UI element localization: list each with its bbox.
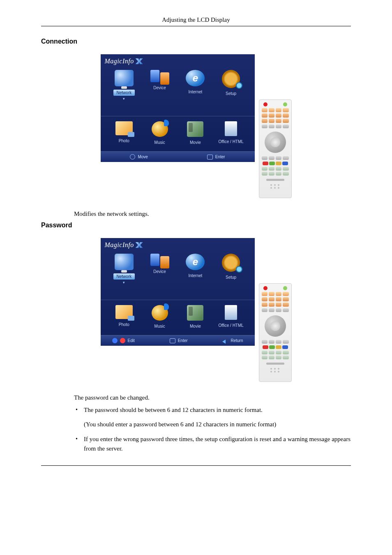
movie-icon: [187, 305, 203, 321]
dot-icon: [120, 338, 125, 343]
internet-icon: e: [186, 254, 205, 270]
move-icon: [130, 154, 135, 160]
menu-label: Internet: [188, 273, 202, 278]
password-intro: The password can be changed.: [74, 394, 351, 401]
osd-bottom-row: Photo Music Movie Office / HTML: [101, 116, 255, 145]
menu-label: Device: [153, 269, 166, 274]
menu-setup[interactable]: Setup: [214, 254, 247, 280]
menu-label: Network: [113, 90, 135, 96]
music-icon: [152, 305, 168, 321]
enter-icon: [170, 338, 175, 343]
osd-screen: MagicInfo Network Device e Internet: [101, 54, 255, 162]
menu-label: Office / HTML: [218, 139, 244, 144]
osd-bottom-row: Photo Music Movie Office / HTML: [101, 300, 255, 328]
menu-office[interactable]: Office / HTML: [214, 121, 247, 145]
hint-enter: Enter: [170, 338, 188, 343]
monitor-icon: [115, 254, 134, 270]
photo-icon: [115, 305, 133, 319]
osd-logo: MagicInfo: [105, 241, 143, 249]
logo-text: MagicInfo: [105, 241, 134, 249]
remote-dial: [265, 315, 286, 337]
menu-label: Music: [154, 140, 165, 145]
osd-top-row: Network Device e Internet Setup: [101, 70, 255, 96]
device-icon: [150, 254, 169, 266]
hint-enter: Enter: [207, 155, 225, 160]
hint-label: Move: [138, 155, 148, 159]
menu-music[interactable]: Music: [143, 305, 176, 328]
osd-hints: Move Enter: [101, 151, 255, 162]
menu-label: Device: [153, 86, 166, 90]
music-icon: [152, 121, 168, 137]
password-bullets: The password should be between 6 and 12 …: [74, 405, 351, 453]
hint-move: Move: [130, 154, 148, 160]
logo-x-icon: [136, 58, 143, 64]
osd-screen: MagicInfo Network Device e Internet: [101, 238, 255, 346]
remote-control: [259, 283, 292, 382]
hint-label: Edit: [128, 338, 135, 343]
menu-label: Setup: [226, 275, 236, 280]
menu-internet[interactable]: e Internet: [179, 70, 212, 96]
power-led-icon: [263, 286, 267, 290]
menu-label: Network: [113, 273, 135, 280]
menu-label: Photo: [119, 139, 129, 143]
return-icon: [222, 338, 228, 343]
osd-logo: MagicInfo: [105, 58, 143, 65]
menu-movie[interactable]: Movie: [179, 305, 212, 328]
menu-network[interactable]: Network: [108, 254, 141, 280]
bullet-text: If you enter the wrong password three ti…: [84, 436, 350, 452]
movie-icon: [187, 121, 203, 137]
osd-top-row: Network Device e Internet Setup: [101, 254, 255, 280]
menu-photo[interactable]: Photo: [108, 121, 141, 145]
menu-setup[interactable]: Setup: [214, 70, 247, 96]
hint-label: Enter: [215, 155, 225, 159]
status-led-icon: [283, 286, 287, 290]
photo-icon: [115, 121, 133, 135]
menu-device[interactable]: Device: [143, 254, 176, 280]
menu-label: Photo: [119, 322, 129, 327]
hint-return: Return: [222, 338, 243, 343]
device-icon: [150, 70, 169, 82]
hint-label: Return: [231, 338, 243, 343]
section-title-password: Password: [41, 222, 351, 229]
gear-icon: [222, 70, 240, 88]
internet-icon: e: [186, 70, 205, 86]
status-led-icon: [283, 102, 287, 106]
remote-control: [259, 99, 292, 198]
footer-rule: [41, 465, 351, 466]
menu-label: Setup: [226, 91, 236, 96]
document-icon: [225, 121, 237, 136]
power-led-icon: [263, 102, 267, 106]
menu-label: Internet: [188, 90, 202, 94]
bullet-text: The password should be between 6 and 12 …: [84, 407, 263, 413]
page-header: Adjusting the LCD Display: [41, 16, 351, 26]
figure-password: MagicInfo Network Device e Internet: [41, 238, 351, 382]
menu-label: Office / HTML: [218, 323, 244, 328]
figure-connection: MagicInfo Network Device e Internet: [41, 54, 351, 198]
menu-movie[interactable]: Movie: [179, 121, 212, 145]
logo-text: MagicInfo: [105, 58, 134, 65]
menu-label: Music: [154, 324, 165, 328]
gear-icon: [222, 254, 240, 272]
monitor-icon: [115, 70, 134, 86]
menu-internet[interactable]: e Internet: [179, 254, 212, 280]
menu-label: Movie: [190, 324, 201, 328]
bullet-item: If you enter the wrong password three ti…: [74, 435, 351, 453]
connection-description: Modifies the network settings.: [74, 210, 351, 217]
dot-icon: [112, 338, 118, 343]
remote-dial: [265, 132, 286, 153]
section-title-connection: Connection: [41, 38, 351, 45]
menu-network[interactable]: Network: [108, 70, 141, 96]
menu-device[interactable]: Device: [143, 70, 176, 96]
enter-icon: [207, 155, 213, 160]
hint-label: Enter: [178, 338, 188, 343]
bullet-note: (You should enter a password between 6 a…: [84, 420, 351, 429]
osd-hints: Edit Enter Return: [101, 335, 255, 346]
menu-label: Movie: [190, 140, 201, 145]
logo-x-icon: [136, 242, 143, 248]
bullet-item: The password should be between 6 and 12 …: [74, 405, 351, 429]
menu-music[interactable]: Music: [143, 121, 176, 145]
menu-photo[interactable]: Photo: [108, 305, 141, 328]
hint-edit: Edit: [112, 338, 135, 343]
menu-office[interactable]: Office / HTML: [214, 305, 247, 328]
document-icon: [225, 305, 237, 320]
